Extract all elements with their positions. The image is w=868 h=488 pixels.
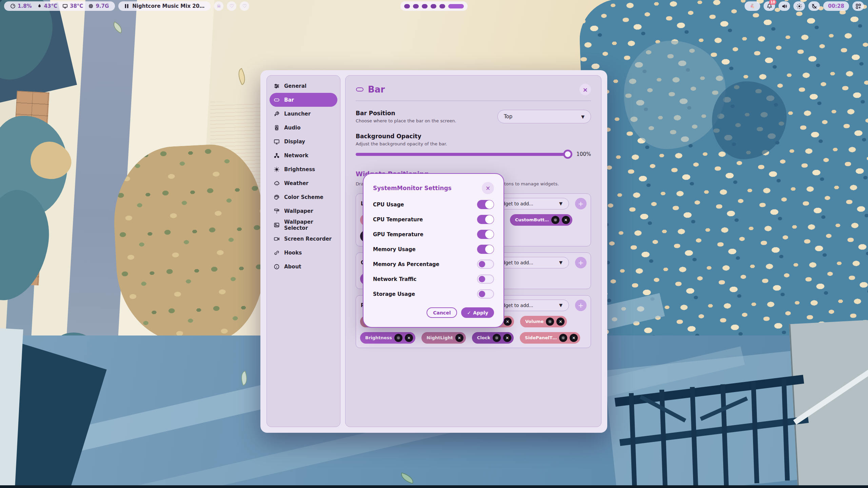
close-icon[interactable]: × <box>579 84 591 95</box>
apply-button[interactable]: ✓ Apply <box>461 307 494 318</box>
sidebar-item-screen-recorder[interactable]: Screen Recorder <box>270 232 337 246</box>
remove-icon[interactable]: × <box>455 334 463 342</box>
check-icon: ✓ <box>467 310 471 316</box>
toggle-label: CPU Usage <box>373 202 404 208</box>
sidebar-item-wallpaper[interactable]: Wallpaper <box>270 204 337 218</box>
remove-icon[interactable]: × <box>503 334 511 342</box>
toggle-memory-usage[interactable] <box>477 245 494 254</box>
notifications-button[interactable]: 10 <box>764 1 775 11</box>
widget-chip[interactable]: SidePanelT… × <box>520 332 580 344</box>
gear-icon[interactable] <box>559 334 567 342</box>
tray-app-icon[interactable] <box>745 1 760 11</box>
heart-icon[interactable]: ♡ <box>227 1 236 11</box>
sidebar-item-label: Hooks <box>284 250 302 256</box>
add-widget-button[interactable]: + <box>575 198 587 209</box>
close-icon[interactable]: × <box>482 182 494 194</box>
gear-icon[interactable] <box>493 334 501 342</box>
toggle-row: GPU Temperature <box>373 230 494 239</box>
sidebar-item-display[interactable]: Display <box>270 135 337 148</box>
chip-label: Brightness <box>365 335 392 340</box>
sidebar-item-bar[interactable]: Bar <box>270 93 337 107</box>
toggle-cpu-temperature[interactable] <box>477 215 494 224</box>
toggle-gpu-temperature[interactable] <box>477 230 494 239</box>
remove-icon[interactable]: × <box>504 318 512 326</box>
workspace-dot[interactable] <box>404 4 410 8</box>
cpu-temp-value: 43°C <box>44 3 57 9</box>
widget-chip[interactable]: CustomButt… × <box>510 214 572 226</box>
monitor-icon <box>274 139 280 145</box>
workspace-active[interactable] <box>448 4 464 8</box>
bar-position-select[interactable]: Top ▼ <box>497 110 591 123</box>
sidebar-item-brightness[interactable]: Brightness <box>270 162 337 176</box>
toggle-row: Storage Usage <box>373 289 494 299</box>
workspace-indicator <box>400 1 468 11</box>
toggle-row: Network Traffic <box>373 274 494 284</box>
network-icon <box>274 152 280 159</box>
chips-row: Brightness × NightLight × Clock × Si <box>360 332 587 344</box>
toggle-knob <box>479 291 485 297</box>
remove-icon[interactable]: × <box>570 334 578 342</box>
workspace-dot[interactable] <box>439 4 445 8</box>
clock[interactable]: 00:28 <box>823 1 849 11</box>
volume-button[interactable] <box>778 1 790 11</box>
remove-icon[interactable]: × <box>405 334 413 342</box>
sidebar-item-launcher[interactable]: Launcher <box>270 107 337 121</box>
sidebar-item-wallpaper-selector[interactable]: Wallpaper Selector <box>270 218 337 232</box>
sidebar-item-general[interactable]: General <box>270 79 337 93</box>
toggle-row: CPU Usage <box>373 200 494 209</box>
toggle-memory-as-percentage[interactable] <box>477 260 494 269</box>
sidebar-item-weather[interactable]: Weather <box>270 176 337 190</box>
sidebar-item-network[interactable]: Network <box>270 148 337 162</box>
sidebar-item-label: Wallpaper <box>284 208 313 214</box>
slider-handle[interactable] <box>563 150 572 159</box>
dashboard-button[interactable] <box>852 1 864 11</box>
media-player-pill[interactable]: Nightcore Music Mix 20… <box>118 1 211 11</box>
widget-chip[interactable]: NightLight × <box>421 332 466 344</box>
widget-chip[interactable]: Clock × <box>472 332 514 344</box>
add-widget-button[interactable]: + <box>575 257 587 268</box>
system-stats-pill[interactable]: 1.8% 43°C 38°C 9.7G <box>4 1 115 11</box>
chevron-down-icon: ▼ <box>559 260 563 265</box>
toggle-storage-usage[interactable] <box>477 289 494 299</box>
remove-icon[interactable]: × <box>556 318 565 326</box>
cancel-button[interactable]: Cancel <box>427 307 457 318</box>
sidebar-item-hooks[interactable]: Hooks <box>270 246 337 260</box>
bar-position-text: Bar Position Choose where to place the b… <box>356 110 456 123</box>
workspace-dot[interactable] <box>422 4 428 8</box>
cpu-temp-stat: 43°C <box>37 3 57 9</box>
gear-icon[interactable] <box>551 216 559 224</box>
link-icon <box>274 250 280 256</box>
gauge-icon <box>10 3 16 9</box>
widget-chip[interactable]: Volume × <box>520 316 567 327</box>
bar-icon <box>274 97 280 103</box>
toggle-knob <box>479 276 485 282</box>
video-camera-icon <box>274 236 280 242</box>
settings-sidebar: General Bar Launcher Audio Display Netwo… <box>267 75 340 427</box>
toggle-network-traffic[interactable] <box>477 274 494 284</box>
gear-icon[interactable] <box>546 318 554 326</box>
workspace-dot[interactable] <box>431 4 436 8</box>
sidebar-item-label: Display <box>284 139 305 145</box>
sun-icon <box>274 166 280 172</box>
top-bar: 1.8% 43°C 38°C 9.7G Nightcore Music Mix … <box>0 0 868 12</box>
sidebar-item-audio[interactable]: Audio <box>270 121 337 135</box>
remove-icon[interactable]: × <box>562 216 570 224</box>
falling-leaf <box>235 68 249 85</box>
sidebar-item-color-scheme[interactable]: Color Scheme <box>270 190 337 204</box>
brightness-button[interactable] <box>793 1 805 11</box>
toggle-label: GPU Temperature <box>373 231 423 238</box>
skull-icon[interactable]: ☠ <box>214 1 223 11</box>
opacity-slider[interactable] <box>356 153 572 156</box>
heart-icon[interactable]: ♡ <box>240 1 249 11</box>
workspace-dot[interactable] <box>413 4 419 8</box>
sidebar-item-label: General <box>284 83 307 89</box>
widget-chip[interactable]: Brightness × <box>360 332 415 344</box>
toggle-label: Memory Usage <box>373 246 416 252</box>
notification-badge: 10 <box>769 0 776 5</box>
gear-icon[interactable] <box>394 334 402 342</box>
night-light-off-button[interactable] <box>808 1 820 11</box>
rocket-icon <box>274 111 280 117</box>
toggle-cpu-usage[interactable] <box>477 200 494 209</box>
add-widget-button[interactable]: + <box>575 300 587 311</box>
sidebar-item-about[interactable]: About <box>270 260 337 273</box>
